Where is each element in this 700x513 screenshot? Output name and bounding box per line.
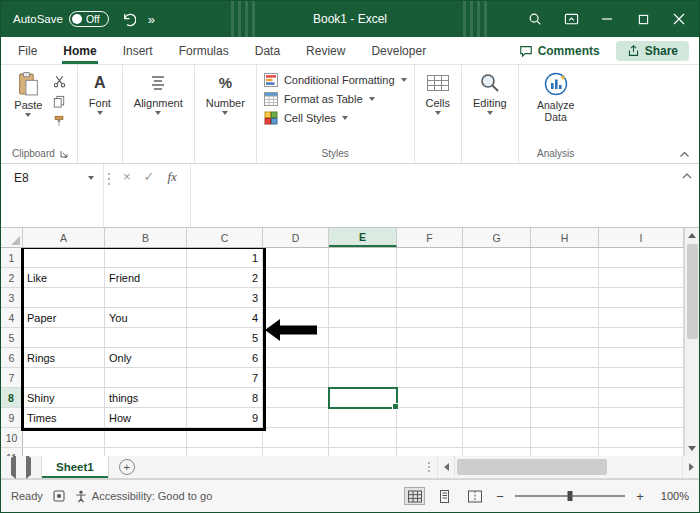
cell-B7[interactable] [105, 368, 187, 388]
cell-I7[interactable] [599, 368, 684, 388]
number-button[interactable]: % Number [202, 69, 249, 117]
cell-F4[interactable] [397, 308, 463, 328]
cell-C2[interactable]: 2 [187, 268, 263, 288]
share-button[interactable]: Share [616, 41, 689, 61]
cancel-button[interactable]: × [123, 169, 131, 184]
cell-A8[interactable]: Shiny [23, 388, 105, 408]
ribbon-display-options-button[interactable] [553, 1, 589, 37]
cell-D11[interactable] [263, 448, 329, 456]
page-break-view-button[interactable] [464, 487, 485, 505]
cell-A4[interactable]: Paper [23, 308, 105, 328]
cell-C6[interactable]: 6 [187, 348, 263, 368]
cell-C11[interactable] [187, 448, 263, 456]
cell-F6[interactable] [397, 348, 463, 368]
vertical-scroll-thumb[interactable] [687, 244, 698, 339]
name-box-splitter[interactable] [103, 164, 114, 227]
cell-C10[interactable] [187, 428, 263, 448]
column-header-G[interactable]: G [463, 228, 531, 247]
cell-H9[interactable] [531, 408, 599, 428]
cell-I9[interactable] [599, 408, 684, 428]
cell-D2[interactable] [263, 268, 329, 288]
tab-home[interactable]: Home [50, 37, 109, 64]
cell-I5[interactable] [599, 328, 684, 348]
column-header-I[interactable]: I [599, 228, 684, 247]
cell-D10[interactable] [263, 428, 329, 448]
zoom-in-button[interactable]: + [634, 489, 646, 504]
tab-review[interactable]: Review [293, 37, 358, 64]
cell-B9[interactable]: How [105, 408, 187, 428]
cell-styles-button[interactable]: Cell Styles [264, 111, 407, 125]
cell-H5[interactable] [531, 328, 599, 348]
alignment-button[interactable]: Alignment [130, 69, 187, 117]
column-header-H[interactable]: H [531, 228, 599, 247]
cell-A6[interactable]: Rings [23, 348, 105, 368]
cell-B8[interactable]: things [105, 388, 187, 408]
cell-B1[interactable] [105, 248, 187, 268]
font-button[interactable]: A Font [85, 69, 115, 117]
cell-D7[interactable] [263, 368, 329, 388]
cell-E10[interactable] [329, 428, 397, 448]
column-header-E[interactable]: E [329, 228, 397, 247]
cell-A11[interactable] [23, 448, 105, 456]
cell-C5[interactable]: 5 [187, 328, 263, 348]
maximize-button[interactable] [625, 1, 661, 37]
cell-I1[interactable] [599, 248, 684, 268]
formula-input[interactable] [191, 164, 675, 227]
tab-data[interactable]: Data [242, 37, 293, 64]
column-header-C[interactable]: C [187, 228, 263, 247]
scroll-right-button[interactable] [682, 456, 699, 478]
cell-G6[interactable] [463, 348, 531, 368]
cell-H3[interactable] [531, 288, 599, 308]
cell-E7[interactable] [329, 368, 397, 388]
cell-E5[interactable] [329, 328, 397, 348]
conditional-formatting-button[interactable]: Conditional Formatting [264, 73, 407, 87]
cell-C9[interactable]: 9 [187, 408, 263, 428]
comments-button[interactable]: Comments [511, 41, 608, 61]
row-header-5[interactable]: 5 [1, 328, 23, 348]
tab-file[interactable]: File [5, 37, 50, 64]
row-header-10[interactable]: 10 [1, 428, 23, 448]
tab-strip-splitter[interactable] [428, 462, 430, 472]
autosave-toggle[interactable]: AutoSave Off [13, 11, 109, 27]
format-painter-button[interactable] [49, 113, 69, 129]
cell-D6[interactable] [263, 348, 329, 368]
cell-B3[interactable] [105, 288, 187, 308]
paste-button[interactable]: Paste [10, 69, 46, 119]
sheet-nav-right-button[interactable] [26, 458, 31, 476]
close-button[interactable] [661, 1, 697, 37]
name-box[interactable]: E8 [1, 164, 103, 227]
cell-D5[interactable] [263, 328, 329, 348]
row-header-8[interactable]: 8 [1, 388, 23, 408]
new-sheet-button[interactable]: + [119, 459, 135, 475]
cell-E8[interactable] [329, 388, 397, 408]
row-header-4[interactable]: 4 [1, 308, 23, 328]
tab-insert[interactable]: Insert [110, 37, 166, 64]
row-header-6[interactable]: 6 [1, 348, 23, 368]
minimize-button[interactable] [589, 1, 625, 37]
page-layout-view-button[interactable] [434, 487, 455, 505]
cell-E4[interactable] [329, 308, 397, 328]
cell-H8[interactable] [531, 388, 599, 408]
accessibility-status[interactable]: Accessibility: Good to go [75, 490, 212, 503]
cell-G8[interactable] [463, 388, 531, 408]
cell-C1[interactable]: 1 [187, 248, 263, 268]
cell-B5[interactable] [105, 328, 187, 348]
cell-E6[interactable] [329, 348, 397, 368]
cell-H7[interactable] [531, 368, 599, 388]
cell-H10[interactable] [531, 428, 599, 448]
zoom-handle[interactable] [568, 491, 573, 501]
cell-G9[interactable] [463, 408, 531, 428]
cell-A1[interactable] [23, 248, 105, 268]
cell-C3[interactable]: 3 [187, 288, 263, 308]
cell-G1[interactable] [463, 248, 531, 268]
horizontal-scroll-thumb[interactable] [457, 459, 607, 475]
cell-B4[interactable]: You [105, 308, 187, 328]
cell-A3[interactable] [23, 288, 105, 308]
cell-G5[interactable] [463, 328, 531, 348]
cell-A5[interactable] [23, 328, 105, 348]
cell-A7[interactable] [23, 368, 105, 388]
cells-button[interactable]: Cells [422, 69, 454, 117]
cell-C7[interactable]: 7 [187, 368, 263, 388]
copy-button[interactable] [49, 93, 69, 109]
cell-D9[interactable] [263, 408, 329, 428]
